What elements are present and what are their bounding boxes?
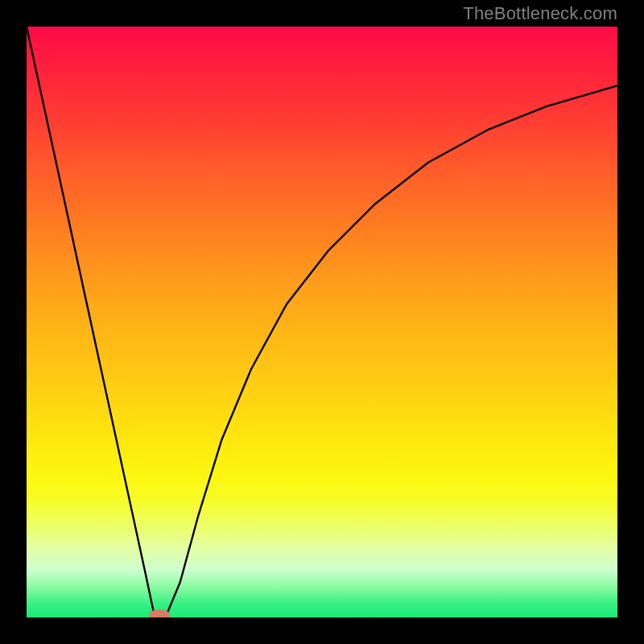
- chart-svg: [27, 27, 617, 617]
- curve-line: [27, 27, 617, 617]
- chart-frame: TheBottleneck.com: [0, 0, 644, 644]
- min-marker: [149, 609, 170, 617]
- plot-area: [27, 27, 617, 617]
- watermark-text: TheBottleneck.com: [463, 0, 617, 27]
